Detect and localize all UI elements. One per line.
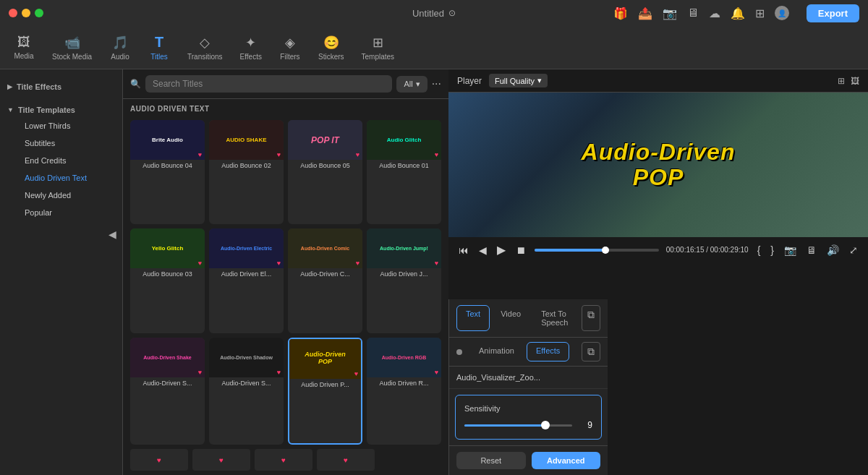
title-card-electric[interactable]: Audio-Driven Electric ♥ Audio Driven El.… xyxy=(209,228,284,333)
cloud-icon[interactable]: ☁ xyxy=(709,7,720,20)
toolbar-templates[interactable]: ⊞ Templates xyxy=(354,30,402,65)
title-effects-header[interactable]: ▶ Title Effects xyxy=(7,80,115,94)
card-label: Audio Bounce 01 xyxy=(367,160,441,173)
more-card-3[interactable]: ♥ xyxy=(255,449,312,471)
tab-animation[interactable]: Animation xyxy=(469,342,524,361)
tab-effects[interactable]: Effects xyxy=(527,342,569,361)
play-button[interactable]: ▶ xyxy=(495,241,507,258)
stop-button[interactable]: ⏹ xyxy=(514,243,527,257)
sidebar-item-newly-added[interactable]: Newly Added xyxy=(7,187,115,204)
panel-collapse-icon[interactable]: ◀ xyxy=(109,228,116,240)
heart-icon: ♥ xyxy=(435,151,438,158)
progress-bar[interactable] xyxy=(535,249,659,252)
title-card-pop-it[interactable]: POP IT ♥ Audio Bounce 05 xyxy=(288,120,362,224)
filter-all-button[interactable]: All ▾ xyxy=(396,76,427,93)
tab-text[interactable]: Text xyxy=(456,305,490,331)
card-thumb-text: Audio-DrivenPOP xyxy=(305,351,346,366)
toolbar-effects[interactable]: ✦ Effects xyxy=(233,30,269,65)
heart-icon: ♥ xyxy=(277,369,281,376)
titles-grid: Brite Audio ♥ Audio Bounce 04 AUDIO SHAK… xyxy=(123,116,448,449)
minimize-button[interactable] xyxy=(22,9,30,17)
heart-icon: ♥ xyxy=(344,456,348,464)
templates-icon: ⊞ xyxy=(373,35,383,51)
snapshot-icon[interactable]: 📷 xyxy=(783,243,798,257)
title-card-bounce04[interactable]: Brite Audio ♥ Audio Bounce 04 xyxy=(130,120,205,224)
sidebar-item-audio-driven-text[interactable]: Audio Driven Text xyxy=(7,169,115,187)
grid-view-icon[interactable]: ⊞ xyxy=(838,76,845,86)
heart-icon: ♥ xyxy=(198,260,202,267)
heart-icon: ♥ xyxy=(198,369,202,376)
grid-icon[interactable]: ⊞ xyxy=(755,7,765,20)
title-card-shadow[interactable]: Audio-Driven Shadow ♥ Audio-Driven S... xyxy=(209,338,284,445)
title-card-jump[interactable]: Audio-Driven Jump! ♥ Audio Driven J... xyxy=(367,228,441,333)
sidebar-item-lower-thirds[interactable]: Lower Thirds xyxy=(7,117,115,134)
camera-icon[interactable]: 📷 xyxy=(663,7,677,20)
titles-icon: T xyxy=(155,34,163,51)
title-card-shake[interactable]: AUDIO SHAKE ♥ Audio Bounce 02 xyxy=(209,120,284,224)
mark-in-icon[interactable]: { xyxy=(756,243,762,257)
advanced-button[interactable]: Advanced xyxy=(532,452,601,469)
toolbar-audio[interactable]: 🎵 Audio xyxy=(102,30,138,65)
sidebar-item-end-credits[interactable]: End Credits xyxy=(7,152,115,169)
tab-video[interactable]: Video xyxy=(491,305,530,331)
mark-out-icon[interactable]: } xyxy=(769,243,775,257)
title-card-bounce03[interactable]: Yello Glitch ♥ Audio Bounce 03 xyxy=(130,228,205,333)
quality-selector[interactable]: Full Quality ▾ xyxy=(489,74,548,87)
time-display: 00:00:16:15 / 00:00:29:10 xyxy=(666,246,749,254)
toolbar-titles[interactable]: T Titles xyxy=(141,30,177,65)
reset-button[interactable]: Reset xyxy=(456,452,526,469)
gift-icon[interactable]: 🎁 xyxy=(613,7,628,20)
sensitivity-slider[interactable] xyxy=(464,424,572,427)
toolbar-stock-media[interactable]: 📹 Stock Media xyxy=(45,30,99,65)
card-label: Audio Driven R... xyxy=(367,377,441,390)
avatar-icon[interactable]: 👤 xyxy=(775,6,789,20)
close-button[interactable] xyxy=(9,9,17,17)
title-card-glitch[interactable]: Audio Glitch ♥ Audio Bounce 01 xyxy=(367,120,441,224)
search-input[interactable] xyxy=(145,75,392,93)
toolbar-transitions[interactable]: ◇ Transitions xyxy=(180,30,230,65)
fullscreen-icon[interactable]: ⤢ xyxy=(848,243,859,257)
heart-icon: ♥ xyxy=(277,260,281,267)
more-card-2[interactable]: ♥ xyxy=(192,449,250,471)
toolbar-stickers[interactable]: 😊 Stickers xyxy=(311,30,352,65)
progress-thumb xyxy=(602,247,609,254)
image-view-icon[interactable]: 🖼 xyxy=(851,76,859,86)
more-options-icon[interactable]: ··· xyxy=(432,77,441,90)
transitions-label: Transitions xyxy=(187,53,223,61)
heart-icon: ♥ xyxy=(435,369,438,376)
share-icon[interactable]: 📤 xyxy=(638,7,652,20)
frame-back-icon[interactable]: ◀ xyxy=(477,243,488,257)
tab-text-to-speech[interactable]: Text To Speech xyxy=(532,305,580,331)
sidebar-item-popular[interactable]: Popular xyxy=(7,204,115,221)
filter-all-label: All xyxy=(404,80,412,88)
volume-icon[interactable]: 🔊 xyxy=(825,243,841,257)
more-card-1[interactable]: ♥ xyxy=(130,449,188,471)
expand-icon[interactable]: ⧉ xyxy=(582,342,600,361)
title-card-driven-shake[interactable]: Audio-Driven Shake ♥ Audio-Driven S... xyxy=(130,338,205,445)
title-card-pop[interactable]: Audio-DrivenPOP ♥ Audio Driven P... xyxy=(288,338,362,445)
copy-icon[interactable]: ⧉ xyxy=(582,305,600,331)
monitor-out-icon[interactable]: 🖥 xyxy=(805,243,818,257)
skip-back-icon[interactable]: ⏮ xyxy=(457,243,470,257)
card-thumb-text: Audio-Driven Jump! xyxy=(380,246,428,251)
effects-title-text: Audio_Visualizer_Zoo... xyxy=(456,373,540,382)
heart-icon: ♥ xyxy=(198,151,202,158)
toolbar-media[interactable]: 🖼 Media xyxy=(6,30,42,64)
center-panel: 🔍 All ▾ ··· AUDIO DRIVEN TEXT Brite Audi… xyxy=(123,69,448,475)
bell-icon[interactable]: 🔔 xyxy=(731,7,745,20)
export-button[interactable]: Export xyxy=(807,4,859,22)
toolbar-filters[interactable]: ◈ Filters xyxy=(272,30,308,65)
monitor-icon[interactable]: 🖥 xyxy=(687,7,699,20)
title-card-rgb[interactable]: Audio-Driven RGB ♥ Audio Driven R... xyxy=(367,338,441,445)
sidebar-item-subtitles[interactable]: Subtitles xyxy=(7,134,115,152)
player-area: Player Full Quality ▾ ⊞ 🖼 Audio-Driven P… xyxy=(448,69,868,299)
filters-label: Filters xyxy=(280,53,299,61)
title-card-comic[interactable]: Audio-Driven Comic ♥ Audio-Driven C... xyxy=(288,228,362,333)
card-label: Audio Driven El... xyxy=(209,268,284,281)
main-content: ▶ Title Effects ▼ Title Templates Lower … xyxy=(0,69,868,475)
card-label: Audio-Driven C... xyxy=(288,268,362,281)
more-card-4[interactable]: ♥ xyxy=(317,449,375,471)
title-templates-header[interactable]: ▼ Title Templates xyxy=(7,103,115,117)
card-label: Audio Driven P... xyxy=(289,379,361,392)
maximize-button[interactable] xyxy=(35,9,43,17)
